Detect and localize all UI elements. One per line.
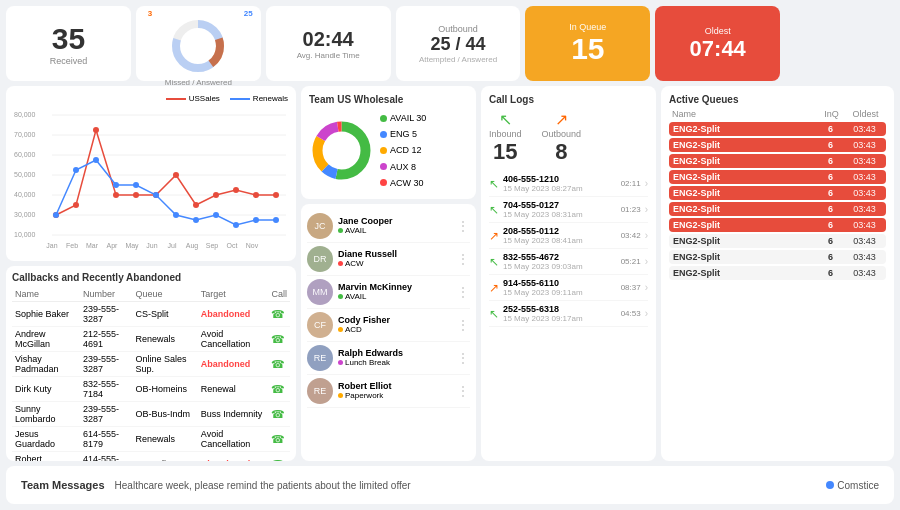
- call-chevron-icon[interactable]: ›: [645, 178, 648, 189]
- team-donut: [309, 118, 374, 183]
- agent-menu-icon[interactable]: ⋮: [456, 251, 470, 267]
- call-chevron-icon[interactable]: ›: [645, 204, 648, 215]
- queue-row[interactable]: ENG2-Split 6 03:43: [669, 250, 886, 264]
- queue-row[interactable]: ENG2-Split 6 03:43: [669, 138, 886, 152]
- line-chart-svg: 80,000 70,000 60,000 50,000 40,000 30,00…: [14, 105, 286, 250]
- agent-status: ACD: [338, 325, 451, 334]
- team-stats: AVAIL 30 ENG 5 ACD 12 AUX 8 ACW 30: [380, 110, 426, 191]
- svg-text:Nov: Nov: [246, 242, 259, 249]
- status-dot: [338, 393, 343, 398]
- svg-point-26: [233, 187, 239, 193]
- call-chevron-icon[interactable]: ›: [645, 256, 648, 267]
- cb-call[interactable]: ☎: [268, 327, 290, 352]
- queue-row[interactable]: ENG2-Split 6 03:43: [669, 186, 886, 200]
- cb-target: Abandoned: [198, 452, 269, 462]
- call-summary: ↖ Inbound 15 ↗ Outbound 8: [489, 110, 648, 165]
- agent-name: Ralph Edwards: [338, 348, 451, 358]
- call-log-item: ↗ 208-555-0112 15 May 2023 08:41am 03:42…: [489, 223, 648, 249]
- cb-number: 832-555-7184: [80, 377, 133, 402]
- svg-text:Jan: Jan: [46, 242, 57, 249]
- agent-menu-icon[interactable]: ⋮: [456, 218, 470, 234]
- received-number: 35: [14, 22, 123, 56]
- queue-oldest: 03:43: [847, 172, 882, 182]
- call-log-info: 704-555-0127 15 May 2023 08:31am: [503, 200, 617, 219]
- queue-inq: 6: [818, 252, 843, 262]
- left-column: USSales Renewals 80,000 70,000 60,000 50…: [6, 86, 296, 461]
- cb-call[interactable]: ☎: [268, 377, 290, 402]
- queue-row[interactable]: ENG2-Split 6 03:43: [669, 218, 886, 232]
- inbound-icon: ↖: [489, 110, 522, 129]
- queue-name: ENG2-Split: [673, 204, 814, 214]
- call-log-date: 15 May 2023 09:11am: [503, 288, 617, 297]
- svg-point-38: [233, 222, 239, 228]
- queue-row[interactable]: ENG2-Split 6 03:43: [669, 234, 886, 248]
- svg-point-35: [173, 212, 179, 218]
- cb-call[interactable]: ☎: [268, 452, 290, 462]
- cb-call[interactable]: ☎: [268, 352, 290, 377]
- agent-avatar: RE: [307, 378, 333, 404]
- cb-name: Robert Pattison Jr: [12, 452, 80, 462]
- queue-row[interactable]: ENG2-Split 6 03:43: [669, 122, 886, 136]
- outbound-sub-label: Attempted / Answered: [404, 55, 513, 64]
- queue-row[interactable]: ENG2-Split 6 03:43: [669, 266, 886, 280]
- agent-menu-icon[interactable]: ⋮: [456, 350, 470, 366]
- cb-target: Avoid Cancellation: [198, 327, 269, 352]
- agent-item: DR Diane Russell ACW ⋮: [307, 243, 470, 276]
- queue-inq: 6: [818, 236, 843, 246]
- svg-text:40,000: 40,000: [14, 191, 36, 198]
- call-log-number: 208-555-0112: [503, 226, 617, 236]
- cb-name: Dirk Kuty: [12, 377, 80, 402]
- queue-name: ENG2-Split: [673, 220, 814, 230]
- call-log-type-icon: ↖: [489, 177, 499, 191]
- svg-point-24: [193, 202, 199, 208]
- missed-badge: 3: [148, 9, 152, 18]
- svg-point-19: [93, 127, 99, 133]
- cb-target: Abandoned: [198, 352, 269, 377]
- svg-point-34: [153, 192, 159, 198]
- cb-queue: Renewals: [133, 327, 198, 352]
- svg-point-18: [73, 202, 79, 208]
- queue-oldest: 03:43: [847, 268, 882, 278]
- call-chevron-icon[interactable]: ›: [645, 230, 648, 241]
- cb-name: Vishay Padmadan: [12, 352, 80, 377]
- queue-row[interactable]: ENG2-Split 6 03:43: [669, 154, 886, 168]
- call-chevron-icon[interactable]: ›: [645, 282, 648, 293]
- call-log-type-icon: ↗: [489, 229, 499, 243]
- callbacks-title: Callbacks and Recently Abandoned: [12, 272, 290, 283]
- inqueue-label: In Queue: [533, 22, 642, 32]
- queue-row[interactable]: ENG2-Split 6 03:43: [669, 170, 886, 184]
- queue-inq: 6: [818, 188, 843, 198]
- table-row: Vishay Padmadan 239-555-3287 Online Sale…: [12, 352, 290, 377]
- outbound-numbers: 25 / 44: [404, 34, 513, 55]
- agent-menu-icon[interactable]: ⋮: [456, 284, 470, 300]
- cb-name: Jesus Guardado: [12, 427, 80, 452]
- outbound-call-label: Outbound: [542, 129, 582, 139]
- agent-menu-icon[interactable]: ⋮: [456, 383, 470, 399]
- call-chevron-icon[interactable]: ›: [645, 308, 648, 319]
- agent-menu-icon[interactable]: ⋮: [456, 317, 470, 333]
- svg-point-36: [193, 217, 199, 223]
- queue-oldest: 03:43: [847, 188, 882, 198]
- legend-renewals-label: Renewals: [253, 94, 288, 103]
- cb-target: Avoid Cancellation: [198, 427, 269, 452]
- cb-call[interactable]: ☎: [268, 302, 290, 327]
- svg-point-37: [213, 212, 219, 218]
- outbound-header-label: Outbound: [404, 24, 513, 34]
- cb-call[interactable]: ☎: [268, 402, 290, 427]
- svg-point-32: [113, 182, 119, 188]
- svg-point-27: [253, 192, 259, 198]
- answered-badge: 25: [244, 9, 253, 18]
- status-dot: [338, 360, 343, 365]
- svg-text:Mar: Mar: [86, 242, 99, 249]
- outbound-stat: Outbound 25 / 44 Attempted / Answered: [396, 6, 521, 81]
- brand-name: Comstice: [837, 480, 879, 491]
- queue-row[interactable]: ENG2-Split 6 03:43: [669, 202, 886, 216]
- team-messages-text: Healthcare week, please remind the patie…: [115, 480, 817, 491]
- brand-logo: Comstice: [826, 480, 879, 491]
- queue-inq: 6: [818, 204, 843, 214]
- cb-target: Renewal: [198, 377, 269, 402]
- queues-panel: Active Queues Name InQ Oldest ENG2-Split…: [661, 86, 894, 461]
- cb-target: Buss Indemnity: [198, 402, 269, 427]
- svg-text:May: May: [125, 242, 139, 250]
- cb-call[interactable]: ☎: [268, 427, 290, 452]
